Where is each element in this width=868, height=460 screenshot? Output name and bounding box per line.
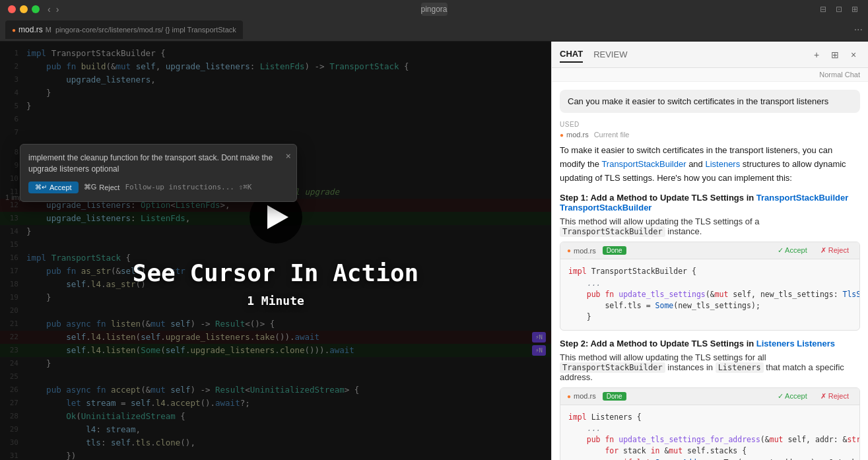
popup-text: implement the cleanup function for the t… [28, 152, 288, 175]
step1-inline-code: TransportStackBuilder [560, 226, 665, 237]
used-section: USED ● mod.rs Current file [560, 121, 860, 139]
file-icon-small: ● [560, 131, 564, 139]
close-chat-icon[interactable]: × [847, 48, 860, 61]
search-text: pingora [420, 5, 447, 14]
followup-button[interactable]: Follow-up instructions... ⇧⌘K [125, 181, 251, 193]
step2-accept-button[interactable]: ✓ Accept [774, 391, 811, 402]
user-message: Can you make it easier to switch certifi… [560, 90, 860, 113]
used-filename: mod.rs [566, 131, 589, 139]
traffic-lights [8, 5, 40, 13]
nav-arrows: ‹ › [48, 4, 59, 15]
reject-button[interactable]: ⌘G Reject [84, 183, 120, 191]
video-overlay: See Cursor In Action 1 Minute [0, 42, 551, 460]
popup-actions: ⌘↵ Accept ⌘G Reject Follow-up instructio… [28, 181, 288, 193]
ai-response: To make it easier to switch certificates… [560, 144, 860, 185]
code-block-header-1: ● mod.rs Done ✓ Accept ✗ Reject [560, 242, 859, 259]
used-file: ● mod.rs Current file [560, 131, 860, 139]
code-block-filename-2: ● mod.rs Done [567, 392, 626, 401]
step2-desc: This method will allow updating the TLS … [560, 352, 860, 382]
code-block-actions-1: ✓ Accept ✗ Reject [774, 245, 853, 256]
step1-desc: This method will allow updating the TLS … [560, 216, 860, 236]
step2-header: Step 2: Add a Method to Update TLS Setti… [560, 339, 860, 348]
code-block-actions-2: ✓ Accept ✗ Reject [774, 391, 853, 402]
back-arrow-icon[interactable]: ‹ [48, 4, 51, 15]
tab-breadcrumb: pingora-core/src/listeners/mod.rs/ {} im… [55, 26, 236, 34]
title-bar-icons: ⊟ ⊡ ⊞ [818, 4, 860, 15]
code-editor[interactable]: 1 impl TransportStackBuilder { 2 pub fn … [0, 42, 551, 460]
play-icon [267, 205, 288, 229]
step1-link[interactable]: TransportStackBuilder [756, 193, 848, 203]
review-tab[interactable]: REVIEW [593, 49, 627, 59]
rust-icon-2: ● [567, 393, 571, 400]
step2-link[interactable]: Listeners [756, 339, 795, 348]
step1-reject-button[interactable]: ✗ Reject [817, 245, 853, 256]
step2-code-block: ● mod.rs Done ✓ Accept ✗ Reject impl Lis… [560, 387, 860, 460]
search-bar[interactable]: pingora [420, 3, 447, 16]
step2-reject-button[interactable]: ✗ Reject [817, 391, 853, 402]
step2-inline-code-2: Listeners [716, 362, 764, 373]
step2-done-badge: Done [603, 392, 626, 401]
chat-header: CHAT REVIEW + ⊞ × [552, 42, 868, 68]
code-block-filename-1: ● mod.rs Done [567, 246, 626, 255]
panel-icon[interactable]: ⊡ [834, 4, 844, 15]
listeners-link[interactable]: Listeners [705, 159, 740, 169]
reject-label: Reject [99, 183, 119, 191]
main-content: 1 impl TransportStackBuilder { 2 pub fn … [0, 42, 868, 460]
sidebar-icon[interactable]: ⊞ [850, 4, 860, 15]
used-file-label: Current file [594, 131, 630, 139]
code-block-body-1: impl TransportStackBuilder { ... pub fn … [560, 259, 859, 329]
tab-bar: ● mod.rs M pingora-core/src/listeners/mo… [0, 18, 868, 42]
minimize-traffic-light[interactable] [20, 5, 28, 13]
layout-icon[interactable]: ⊟ [818, 4, 828, 15]
chat-tab[interactable]: CHAT [560, 46, 583, 63]
accept-label: Accept [50, 183, 72, 191]
popup-close-button[interactable]: × [286, 148, 291, 163]
step2-link-text: Listeners [797, 339, 835, 348]
accept-shortcut: ⌘↵ [35, 183, 47, 191]
rust-icon-1: ● [567, 247, 571, 254]
rust-file-icon: ● [12, 26, 16, 34]
tab-filename: mod.rs [18, 25, 43, 34]
step1-accept-button[interactable]: ✓ Accept [774, 245, 811, 256]
reject-shortcut: ⌘G [84, 183, 97, 191]
video-title: See Cursor In Action [133, 254, 418, 292]
title-bar: ‹ › pingora ⊟ ⊡ ⊞ [0, 0, 868, 18]
chat-panel: CHAT REVIEW + ⊞ × Normal Chat Can you ma… [551, 42, 868, 460]
layout-chat-icon[interactable]: ⊞ [828, 48, 842, 61]
add-chat-icon[interactable]: + [810, 48, 823, 61]
video-subtitle: 1 Minute [247, 292, 304, 311]
step2-inline-code-1: TransportStackBuilder [560, 362, 665, 373]
chat-mode-label: Normal Chat [552, 68, 868, 82]
maximize-traffic-light[interactable] [32, 5, 40, 13]
ai-popup: × implement the cleanup function for the… [20, 144, 297, 202]
followup-label: Follow-up instructions... [125, 183, 234, 191]
chat-header-icons: + ⊞ × [810, 48, 860, 61]
file-tab[interactable]: ● mod.rs M pingora-core/src/listeners/mo… [5, 20, 243, 39]
close-traffic-light[interactable] [8, 5, 16, 13]
step1-header: Step 1: Add a Method to Update TLS Setti… [560, 193, 860, 213]
step1-code-block: ● mod.rs Done ✓ Accept ✗ Reject impl Tra… [560, 242, 860, 330]
code-block-header-2: ● mod.rs Done ✓ Accept ✗ Reject [560, 388, 859, 405]
chat-messages[interactable]: Can you make it easier to switch certifi… [552, 82, 868, 460]
accept-button[interactable]: ⌘↵ Accept [28, 181, 79, 193]
step1-done-badge: Done [603, 246, 626, 255]
tab-modifier: M [46, 26, 51, 34]
tab-more-button[interactable]: ··· [854, 24, 863, 36]
forward-arrow-icon[interactable]: › [56, 4, 59, 15]
used-label: USED [560, 121, 860, 128]
followup-shortcut: ⇧⌘K [239, 183, 252, 191]
transport-stack-builder-link[interactable]: TransportStackBuilder [601, 159, 686, 169]
step1-link-text: TransportStackBuilder [560, 203, 651, 213]
code-block-body-2: impl Listeners { ... pub fn update_tls_s… [560, 405, 859, 460]
